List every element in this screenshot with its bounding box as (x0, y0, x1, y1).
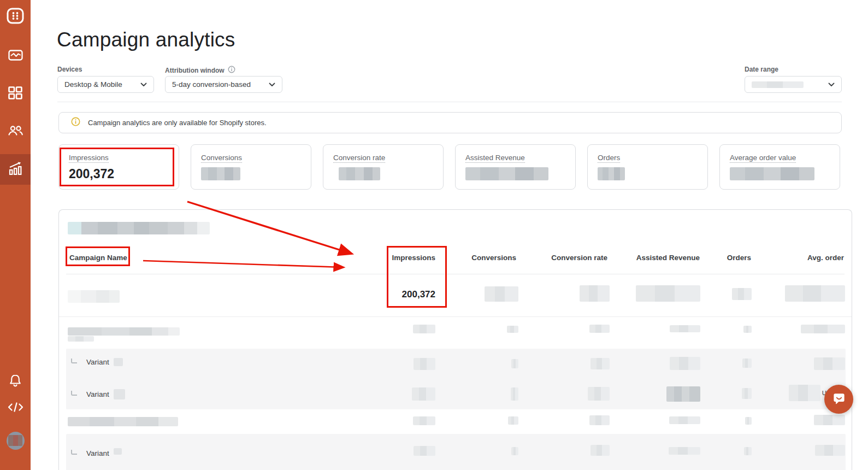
apps-grid-icon (8, 85, 23, 103)
variant-label: Variant (86, 390, 109, 398)
redacted-cell (743, 326, 752, 333)
developer-code-icon (7, 401, 24, 415)
devices-dropdown-value: Desktop & Mobile (64, 80, 122, 89)
redacted-metric-value (339, 167, 380, 180)
table-row-variant[interactable]: Variant (59, 349, 852, 379)
tree-elbow-icon (71, 391, 77, 396)
devices-dropdown[interactable]: Desktop & Mobile (57, 76, 154, 93)
column-header-conversion-rate: Conversion rate (551, 254, 607, 262)
redacted-date-range-value (752, 81, 804, 88)
redacted-avatar-image (8, 435, 22, 446)
redacted-cell (666, 386, 700, 402)
redacted-cell (511, 447, 518, 455)
sidebar-item-developer[interactable] (0, 401, 31, 416)
redacted-cell (580, 285, 610, 302)
metric-card-label[interactable]: Orders (598, 154, 620, 163)
redacted-cell (413, 416, 435, 425)
redacted-cell (414, 358, 435, 370)
redacted-cell (589, 325, 610, 333)
table-row-campaign[interactable] (59, 409, 852, 434)
table-row-variant[interactable]: Variant USD (59, 379, 852, 409)
redacted-cell (591, 358, 610, 369)
redacted-variant-id (114, 358, 123, 366)
activity-monitor-icon (8, 49, 23, 64)
sidebar-user-avatar[interactable] (0, 431, 31, 450)
column-header-orders: Orders (727, 254, 751, 262)
header-divider (57, 102, 842, 102)
chat-messenger-icon (831, 391, 847, 408)
devices-filter-label: Devices (57, 66, 82, 73)
tree-elbow-icon (71, 450, 77, 455)
variant-cell: Variant (71, 449, 122, 457)
column-header-assisted-revenue: Assisted Revenue (636, 254, 700, 262)
metric-card-label[interactable]: Average order value (730, 154, 796, 163)
info-circle-icon (71, 117, 80, 128)
redacted-cell (589, 415, 610, 425)
attribution-window-dropdown[interactable]: 5-day conversion-based (165, 76, 282, 93)
date-range-dropdown[interactable] (745, 76, 842, 93)
redacted-cell (588, 387, 610, 401)
metric-card-average-order-value: Average order value (719, 144, 840, 190)
redacted-cell (745, 417, 752, 425)
metric-card-label[interactable]: Conversions (201, 154, 242, 163)
redacted-cell (785, 285, 845, 302)
redacted-cell (744, 447, 752, 455)
redacted-cell (591, 445, 610, 456)
column-header-campaign-name: Campaign Name (69, 254, 127, 262)
audience-people-icon (7, 124, 24, 140)
redacted-campaign-name (68, 417, 178, 426)
redacted-cell (485, 286, 518, 302)
table-row-campaign[interactable] (59, 317, 852, 349)
analytics-chart-icon (8, 161, 23, 178)
redacted-cell (507, 326, 518, 333)
attribution-window-dropdown-value: 5-day conversion-based (172, 80, 251, 89)
info-circle-icon[interactable] (228, 66, 235, 75)
redacted-cell (814, 357, 845, 370)
column-header-conversions: Conversions (471, 254, 516, 262)
user-avatar-icon (7, 432, 25, 450)
redacted-metric-value (465, 167, 548, 180)
variant-label: Variant (86, 358, 109, 366)
redacted-cell (669, 416, 700, 424)
redacted-metric-value (201, 167, 240, 180)
redacted-cell (670, 325, 700, 332)
variant-cell: Variant (71, 358, 123, 366)
sidebar-item-apps[interactable] (0, 85, 31, 103)
sidebar (0, 0, 31, 470)
table-row-variant[interactable]: Variant (59, 434, 852, 470)
info-banner-text: Campaign analytics are only available fo… (88, 119, 267, 127)
sidebar-item-analytics[interactable] (0, 154, 31, 185)
metric-card-label[interactable]: Assisted Revenue (465, 154, 525, 163)
redacted-cell (511, 387, 518, 401)
chat-launcher-button[interactable] (824, 385, 853, 414)
column-header-impressions: Impressions (392, 254, 435, 262)
metric-card-value: 200,372 (69, 167, 169, 181)
redacted-cell (414, 446, 435, 456)
metric-card-label[interactable]: Conversion rate (333, 154, 385, 163)
metric-card-orders: Orders (587, 144, 708, 190)
redacted-cell (511, 359, 518, 368)
redacted-chart-legend (68, 222, 210, 234)
variant-cell: Variant (71, 389, 125, 400)
chevron-down-icon (140, 80, 147, 89)
redacted-cell (508, 416, 518, 425)
sidebar-item-activity[interactable] (0, 48, 31, 64)
redacted-variant-id (114, 448, 122, 455)
table-header-row: Campaign Name Impressions Conversions Co… (59, 242, 852, 274)
table-row-campaign[interactable]: 200,372 (59, 274, 852, 317)
redacted-campaign-name (68, 327, 180, 336)
app-logo-icon[interactable] (0, 4, 31, 27)
chevron-down-icon (269, 80, 275, 89)
sidebar-item-audience[interactable] (0, 123, 31, 140)
sidebar-item-notifications[interactable] (0, 373, 31, 390)
redacted-cell (742, 388, 752, 399)
metric-card-label[interactable]: Impressions (69, 154, 109, 163)
tree-elbow-icon (71, 359, 77, 363)
redacted-metric-value (730, 167, 814, 180)
variant-label: Variant (86, 449, 109, 457)
metric-card-impressions: Impressions 200,372 (58, 144, 179, 190)
redacted-cell (815, 445, 845, 456)
redacted-cell (789, 385, 820, 401)
redacted-metric-value (598, 167, 625, 180)
redacted-cell (413, 325, 435, 333)
